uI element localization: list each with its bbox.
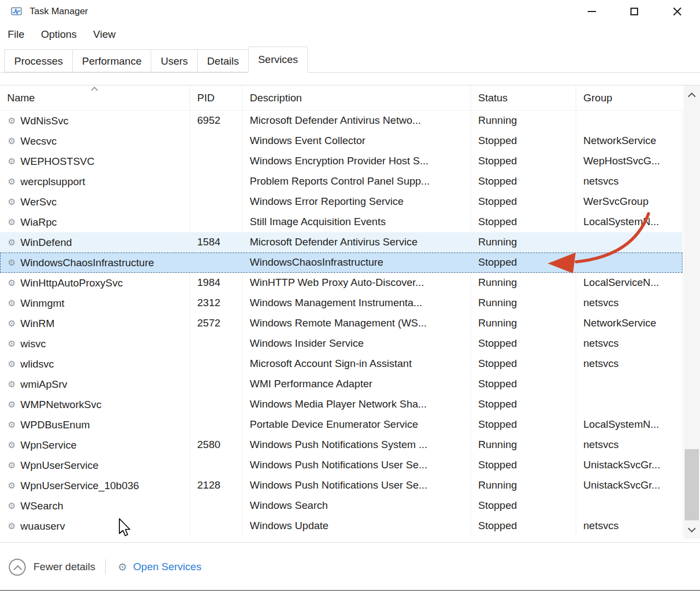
table-row[interactable]: ⚙ WinHttpAutoProxySvc 1984 WinHTTP Web P…: [0, 273, 682, 293]
table-row[interactable]: ⚙ WerSvc Windows Error Reporting Service…: [0, 192, 682, 212]
service-description: Windows Encryption Provider Host S...: [243, 151, 471, 171]
service-pid: [190, 131, 243, 151]
maximize-button[interactable]: [626, 3, 643, 20]
task-manager-icon: [11, 7, 22, 16]
table-row[interactable]: ⚙ WdNisSvc 6952 Microsoft Defender Antiv…: [0, 111, 682, 131]
service-pid: [190, 455, 243, 475]
tab-users[interactable]: Users: [151, 49, 198, 72]
scroll-down-button[interactable]: [684, 521, 700, 538]
service-group: [576, 496, 682, 516]
table-row[interactable]: ⚙ WMPNetworkSvc Windows Media Player Net…: [0, 394, 682, 415]
service-description: Windows Update: [243, 516, 471, 536]
service-gear-icon: ⚙: [8, 299, 15, 308]
service-group: netsvcs: [576, 171, 682, 192]
service-pid: [190, 212, 243, 232]
service-description: WMI Performance Adapter: [243, 374, 471, 394]
tab-performance[interactable]: Performance: [72, 49, 152, 72]
service-status: Stopped: [471, 516, 576, 536]
table-row[interactable]: ⚙ WEPHOSTSVC Windows Encryption Provider…: [0, 151, 682, 171]
table-row[interactable]: ⚙ WinRM 2572 Windows Remote Management (…: [0, 313, 682, 334]
vertical-scrollbar[interactable]: [684, 85, 700, 539]
service-status: Running: [471, 435, 576, 455]
service-group: LocalSystemN...: [576, 415, 682, 435]
menu-file[interactable]: File: [8, 28, 33, 41]
service-gear-icon: ⚙: [8, 421, 15, 429]
open-services-label: Open Services: [133, 561, 202, 573]
service-description: Portable Device Enumerator Service: [243, 415, 471, 435]
service-group: netsvcs: [576, 354, 682, 374]
service-name: Wecsvc: [20, 131, 56, 151]
table-row[interactable]: ⚙ WpnUserService_10b036 2128 Windows Pus…: [0, 475, 682, 496]
tab-strip: Processes Performance Users Details Serv…: [0, 46, 700, 73]
service-group: netsvcs: [576, 516, 682, 536]
footer-bar: Fewer details ⚙ Open Services: [0, 542, 700, 591]
chevron-down-icon: [688, 524, 696, 532]
service-status: Stopped: [471, 212, 576, 232]
service-gear-icon: ⚙: [8, 481, 15, 490]
service-status: Running: [471, 273, 576, 293]
menu-options[interactable]: Options: [33, 28, 85, 41]
service-name: WpnUserService: [20, 456, 99, 475]
service-gear-icon: ⚙: [8, 360, 15, 369]
table-row[interactable]: ⚙ Wecsvc Windows Event Collector Stopped…: [0, 131, 682, 151]
table-row[interactable]: ⚙ WindowsChaosInfrastructure WindowsChao…: [0, 253, 682, 273]
table-row[interactable]: ⚙ wmiApSrv WMI Performance Adapter Stopp…: [0, 374, 682, 394]
open-services-link[interactable]: ⚙ Open Services: [118, 561, 202, 573]
service-description: Still Image Acquisition Events: [243, 212, 471, 232]
table-row[interactable]: ⚙ WpnService 2580 Windows Push Notificat…: [0, 435, 682, 455]
table-row[interactable]: ⚙ WpnUserService Windows Push Notificati…: [0, 455, 682, 475]
tab-services[interactable]: Services: [248, 47, 308, 73]
table-row[interactable]: ⚙ wercplsupport Problem Reports Control …: [0, 171, 682, 192]
service-status: Stopped: [471, 455, 576, 475]
service-group: WepHostSvcG...: [576, 151, 682, 171]
scrollbar-thumb[interactable]: [685, 449, 699, 520]
service-status: Stopped: [471, 374, 576, 394]
service-pid: [190, 334, 243, 354]
service-name: WMPNetworkSvc: [20, 395, 101, 415]
service-description: Windows Remote Management (WS...: [243, 313, 471, 334]
scroll-up-button[interactable]: [684, 87, 700, 103]
menu-bar: File Options View: [0, 23, 700, 46]
table-header: Name PID Description Status Group: [0, 85, 682, 111]
service-status: Stopped: [471, 192, 576, 212]
table-row[interactable]: ⚙ WinDefend 1584 Microsoft Defender Anti…: [0, 232, 682, 253]
table-row[interactable]: ⚙ WiaRpc Still Image Acquisition Events …: [0, 212, 682, 232]
column-header-status[interactable]: Status: [471, 85, 576, 110]
table-row[interactable]: ⚙ wisvc Windows Insider Service Stopped …: [0, 334, 682, 354]
table-row[interactable]: ⚙ Winmgmt 2312 Windows Management Instru…: [0, 293, 682, 313]
service-status: Stopped: [471, 171, 576, 192]
tab-details[interactable]: Details: [197, 49, 249, 72]
table-row[interactable]: ⚙ WPDBusEnum Portable Device Enumerator …: [0, 415, 682, 435]
window-title: Task Manager: [30, 6, 88, 17]
service-pid: [190, 171, 243, 192]
table-row[interactable]: ⚙ wlidsvc Microsoft Account Sign-in Assi…: [0, 354, 682, 374]
service-group: netsvcs: [576, 293, 682, 313]
service-group: [576, 394, 682, 415]
fewer-details-button[interactable]: Fewer details: [9, 559, 95, 576]
service-name: wmiApSrv: [20, 375, 67, 394]
service-status: Stopped: [471, 131, 576, 151]
services-gear-icon: ⚙: [118, 562, 127, 572]
service-name: WpnUserService_10b036: [20, 476, 139, 496]
service-group: netsvcs: [576, 435, 682, 455]
menu-view[interactable]: View: [85, 28, 124, 41]
collapse-icon: [9, 559, 26, 576]
service-name: WindowsChaosInfrastructure: [20, 253, 154, 273]
table-row[interactable]: ⚙ wuauserv Windows Update Stopped netsvc…: [0, 516, 682, 536]
close-button[interactable]: [668, 3, 686, 20]
column-header-description[interactable]: Description: [243, 85, 471, 110]
tab-processes[interactable]: Processes: [4, 49, 73, 72]
service-status: Stopped: [471, 496, 576, 516]
service-description: Windows Error Reporting Service: [243, 192, 471, 212]
service-gear-icon: ⚙: [8, 157, 15, 166]
service-status: Running: [471, 232, 576, 253]
service-name: WpnService: [20, 435, 76, 455]
column-header-pid[interactable]: PID: [190, 85, 243, 110]
column-header-group[interactable]: Group: [576, 85, 682, 110]
service-gear-icon: ⚙: [8, 137, 15, 146]
minimize-button[interactable]: [583, 3, 600, 20]
service-description: Microsoft Account Sign-in Assistant: [243, 354, 471, 374]
table-row[interactable]: ⚙ WSearch Windows Search Stopped: [0, 496, 682, 516]
service-pid: [190, 253, 243, 273]
service-pid: [190, 192, 243, 212]
